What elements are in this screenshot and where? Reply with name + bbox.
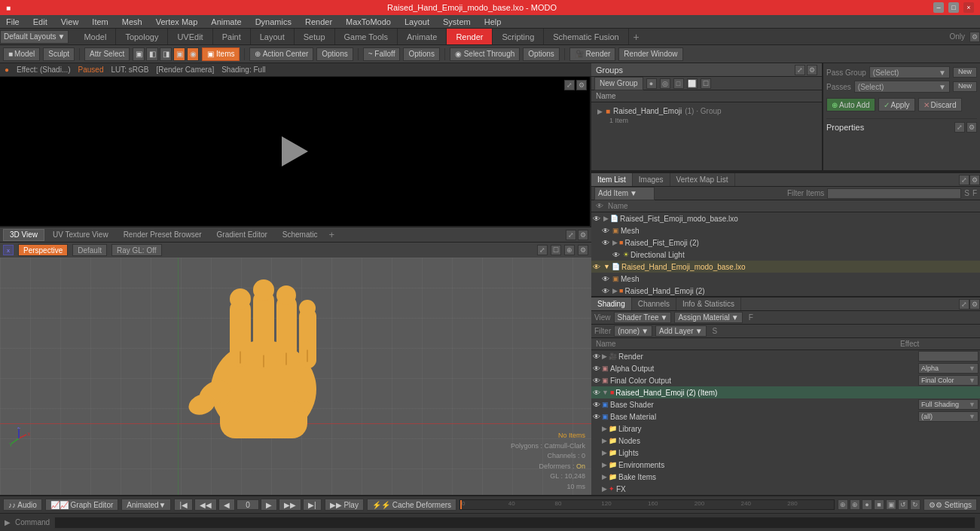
item-row-mesh1[interactable]: 👁 ▣ Mesh <box>591 224 980 237</box>
shader-row-bake-items[interactable]: ▶ 📁 Bake Items <box>591 471 980 483</box>
timeline-icon-2[interactable]: ⊕ <box>850 499 860 510</box>
tab-gradient-editor[interactable]: Gradient Editor <box>210 229 274 241</box>
tab-topology[interactable]: Topology <box>116 29 168 44</box>
play-backward-btn[interactable]: ◀◀ <box>194 499 217 511</box>
menu-dynamics[interactable]: Dynamics <box>252 17 295 26</box>
auto-add-btn[interactable]: ⊕ Auto Add <box>826 98 875 111</box>
toolbar-options-3-btn[interactable]: Options <box>523 47 559 61</box>
groups-icon-4[interactable]: ⬜ <box>687 78 698 89</box>
tab-channels[interactable]: Channels <box>632 298 676 310</box>
play-forward-btn[interactable]: ▶▶ <box>279 499 301 511</box>
item-row-group2[interactable]: 👁 ▶ ■ Raised_Hand_Emoji (2) <box>591 285 980 296</box>
tab-paint[interactable]: Paint <box>213 29 251 44</box>
passes-new-btn[interactable]: New <box>953 81 977 92</box>
groups-expand-btn[interactable]: ⤢ <box>795 65 805 75</box>
shader-expand-btn[interactable]: ⤢ <box>959 299 969 310</box>
tab-item-list[interactable]: Item List <box>591 173 633 186</box>
item-list-settings-btn[interactable]: ⚙ <box>969 175 980 185</box>
tab-model[interactable]: Model <box>75 29 116 44</box>
timeline-icon-7[interactable]: ↻ <box>910 499 920 510</box>
base-material-effect-dd[interactable]: (all) ▼ <box>918 411 978 422</box>
toolbar-icon-5[interactable]: ◉ <box>187 47 199 61</box>
command-input[interactable] <box>54 517 975 529</box>
shader-row-render[interactable]: 👁 ▶ 🎥 Render <box>591 350 980 362</box>
toolbar-icon-3[interactable]: ◨ <box>160 47 172 61</box>
toolbar-icon-4[interactable]: ▣ <box>173 47 185 61</box>
toolbar-action-center-btn[interactable]: ⊕ Action Center <box>249 47 313 61</box>
shader-row-base-shader[interactable]: 👁 ▣ Base Shader Full Shading ▼ <box>591 398 980 410</box>
groups-icon-3[interactable]: □ <box>673 78 684 89</box>
tab-layout[interactable]: Layout <box>251 29 295 44</box>
shader-row-hand-group[interactable]: 👁 ▼ ■ Raised_Hand_Emoji (2) (Item) <box>591 386 980 398</box>
timeline-icon-3[interactable]: ● <box>862 499 872 510</box>
maximize-btn[interactable]: □ <box>948 2 959 13</box>
render-view-settings-btn[interactable]: ⚙ <box>576 80 587 90</box>
shader-tree-dropdown[interactable]: Shader Tree ▼ <box>614 312 672 323</box>
menu-mesh[interactable]: Mesh <box>119 17 145 26</box>
pass-group-new-btn[interactable]: New <box>953 67 977 78</box>
apply-btn[interactable]: ✓ Apply <box>878 98 915 111</box>
timeline-icon-6[interactable]: ↺ <box>898 499 908 510</box>
toolbar-options-2-btn[interactable]: Options <box>403 47 439 61</box>
shader-row-fx[interactable]: ▶ ✦ FX <box>591 483 980 495</box>
pass-group-dropdown[interactable]: (Select) ▼ <box>869 66 950 78</box>
timeline-icon-5[interactable]: ▣ <box>886 499 896 510</box>
menu-help[interactable]: Help <box>481 17 505 26</box>
tab-setup[interactable]: Setup <box>295 29 335 44</box>
tab-3d-view[interactable]: 3D View <box>3 229 44 241</box>
shader-row-nodes[interactable]: ▶ 📁 Nodes <box>591 435 980 447</box>
passes-dropdown[interactable]: (Select) ▼ <box>854 81 950 93</box>
viewport-icon-1[interactable]: ⤢ <box>537 245 548 255</box>
view-expand-btn[interactable]: ⤢ <box>566 230 576 240</box>
render-view-expand-btn[interactable]: ⤢ <box>564 80 575 90</box>
item-row-group1[interactable]: 👁 ▶ ■ Raised_Fist_Emoji (2) <box>591 237 980 249</box>
alpha-effect-dd[interactable]: Alpha ▼ <box>918 363 978 374</box>
menu-item[interactable]: Item <box>89 17 111 26</box>
tab-scripting[interactable]: Scripting <box>493 29 544 44</box>
toolbar-falloff-btn[interactable]: ~ Falloff <box>363 47 401 61</box>
toolbar-sculpt-btn[interactable]: Sculpt <box>43 47 75 61</box>
menu-edit[interactable]: Edit <box>30 17 50 26</box>
toolbar-icon-1[interactable]: ▣ <box>133 47 145 61</box>
menu-view[interactable]: View <box>58 17 82 26</box>
close-btn[interactable]: × <box>963 2 974 13</box>
frame-forward-btn[interactable]: ▶ <box>261 499 277 511</box>
play-button[interactable] <box>276 133 314 170</box>
viewport-ray-btn[interactable]: Ray GL: Off <box>111 244 162 256</box>
frame-back-btn[interactable]: ◀ <box>218 499 235 511</box>
menu-vertex-map[interactable]: Vertex Map <box>153 17 201 26</box>
tab-schematic-view[interactable]: Schematic <box>276 229 325 241</box>
toolbar-render-btn[interactable]: 🎥 Render <box>569 47 616 61</box>
item-row-mesh2[interactable]: 👁 ▣ Mesh <box>591 273 980 285</box>
base-shader-effect-dd[interactable]: Full Shading ▼ <box>918 399 978 410</box>
tab-images[interactable]: Images <box>633 173 670 186</box>
viewport-icon-3[interactable]: ⊕ <box>564 245 575 255</box>
tab-render-preset[interactable]: Render Preset Browser <box>117 229 209 241</box>
groups-icon-5[interactable]: ☐ <box>701 78 711 89</box>
menu-animate[interactable]: Animate <box>208 17 244 26</box>
frame-input[interactable] <box>237 499 259 510</box>
new-group-btn[interactable]: New Group <box>594 77 643 90</box>
tab-render[interactable]: Render <box>447 29 493 44</box>
animated-dropdown[interactable]: Animated ▼ <box>121 499 171 511</box>
add-item-dropdown[interactable]: Add Item ▼ <box>594 187 655 200</box>
next-keyframe-btn[interactable]: ▶| <box>303 499 322 511</box>
props-expand-btn[interactable]: ⤢ <box>954 122 965 133</box>
add-view-tab-btn[interactable]: + <box>326 229 338 240</box>
groups-icon-1[interactable]: ● <box>646 78 657 89</box>
settings-btn[interactable]: ⚙ ⚙ Settings <box>924 499 977 511</box>
menu-file[interactable]: File <box>3 17 23 26</box>
final-color-effect-dd[interactable]: Final Color ▼ <box>918 375 978 386</box>
cache-deformers-btn[interactable]: ⚡ ⚡ Cache Deformers <box>367 499 456 511</box>
toolbar-items-btn[interactable]: ▣ Items <box>202 47 240 61</box>
shader-settings-btn[interactable]: ⚙ <box>969 299 980 310</box>
menu-render[interactable]: Render <box>302 17 335 26</box>
viewport-icon-2[interactable]: ☐ <box>551 245 561 255</box>
timeline-icon-4[interactable]: ■ <box>874 499 884 510</box>
toolbar-model-btn[interactable]: ■ Model <box>3 47 40 61</box>
graph-editor-btn[interactable]: 📈 📈 Graph Editor <box>45 499 118 511</box>
toolbar-attr-select-btn[interactable]: Attr Select <box>84 47 130 61</box>
play-btn[interactable]: ▶ ▶ Play <box>325 499 364 511</box>
tab-schematic[interactable]: Schematic Fusion <box>544 29 628 44</box>
shader-row-library[interactable]: ▶ 📁 Library <box>591 423 980 435</box>
